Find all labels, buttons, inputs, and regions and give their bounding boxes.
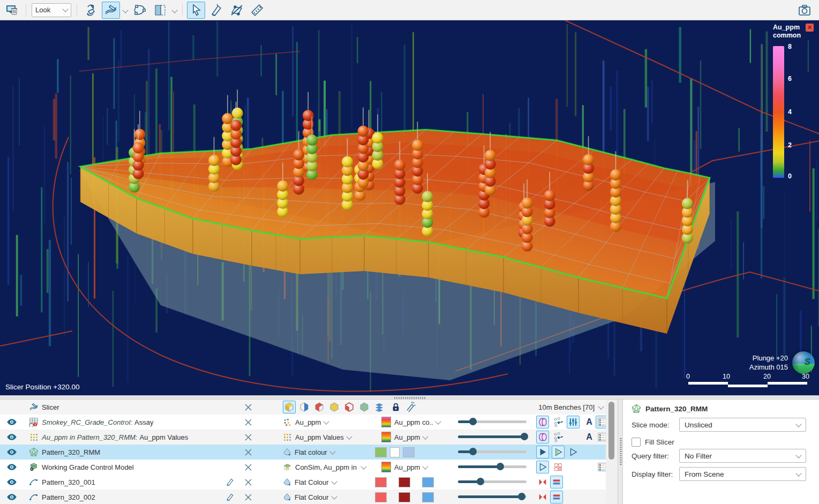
- layer-row-assay[interactable]: Smokey_RC_Grade_Control:Assay Au_ppm Au_…: [0, 415, 606, 430]
- fill-slicer-row[interactable]: Fill Slicer: [632, 435, 674, 449]
- clear-scene-button[interactable]: [3, 2, 21, 19]
- slice-interval-button[interactable]: [151, 2, 169, 19]
- histogram-filter-button[interactable]: [567, 416, 580, 428]
- colour-ramp-dropdown[interactable]: Au_ppm: [381, 460, 449, 475]
- edit-polyline-button[interactable]: [224, 475, 236, 490]
- render-wireframe-button[interactable]: [536, 461, 549, 473]
- slice-mode-none-button[interactable]: [283, 401, 296, 413]
- opacity-slider[interactable]: [458, 465, 527, 468]
- slice-thin-slab-button[interactable]: [343, 401, 356, 413]
- visibility-eye-icon[interactable]: [5, 430, 18, 445]
- face-colour-swatch[interactable]: [375, 447, 387, 457]
- visibility-eye-icon[interactable]: [5, 475, 18, 490]
- opacity-slider[interactable]: [458, 495, 527, 498]
- disc-radius-button[interactable]: [536, 431, 549, 443]
- legend-close-icon[interactable]: ✕: [806, 24, 814, 32]
- visibility-eye-icon[interactable]: [5, 415, 18, 430]
- query-filter-dropdown[interactable]: No Filter: [679, 449, 806, 463]
- edit-polyline-button[interactable]: [224, 490, 236, 504]
- show-legend-button[interactable]: [596, 431, 606, 443]
- scene-3d-viewport[interactable]: Au_ppm common ✕ 8 6 4 2 0 Slicer Positio…: [0, 20, 819, 395]
- screenshot-button[interactable]: [795, 2, 814, 19]
- opacity-slider[interactable]: [458, 480, 527, 483]
- shading-dropdown[interactable]: ConSim, Au_ppm in Pat...: [283, 460, 377, 475]
- slice-behind-button[interactable]: [298, 401, 311, 413]
- panel-divider[interactable]: [0, 395, 819, 400]
- show-legend-button[interactable]: [596, 416, 606, 428]
- opacity-slider[interactable]: [458, 450, 527, 453]
- remove-layer-button[interactable]: [242, 415, 254, 430]
- filter-points-button[interactable]: [552, 431, 565, 443]
- selected-colour-swatch[interactable]: [422, 492, 434, 502]
- divider-grip[interactable]: [394, 397, 425, 399]
- line-style-button[interactable]: [550, 476, 563, 488]
- text-labels-button[interactable]: A: [583, 431, 596, 443]
- show-block-edges-button[interactable]: [552, 461, 565, 473]
- look-dropdown[interactable]: Look: [32, 3, 71, 17]
- slicer-tool-button[interactable]: [102, 2, 120, 19]
- remove-layer-button[interactable]: [242, 475, 254, 490]
- layer-row-values[interactable]: Au_ppm in Pattern_320_RMM:Au_ppm Values …: [0, 430, 606, 445]
- slicer-tool-dropdown-chevron-icon[interactable]: [122, 7, 128, 13]
- line-style-button[interactable]: [550, 491, 563, 503]
- remove-layer-button[interactable]: [242, 460, 254, 475]
- show-legend-button[interactable]: [596, 461, 606, 473]
- slice-interval-mode-button[interactable]: [358, 401, 371, 413]
- shading-dropdown[interactable]: Au_ppm Values: [283, 430, 377, 445]
- panel-splitter[interactable]: [618, 400, 623, 504]
- shading-dropdown[interactable]: Flat Colour: [283, 475, 363, 490]
- select-tool-button[interactable]: [187, 2, 205, 19]
- layer-row-pattern-rmm[interactable]: Pattern_320_RMM Flat colour: [0, 445, 606, 460]
- layer-row-grade-control-model[interactable]: Working Grade Control Model ConSim, Au_p…: [0, 460, 606, 475]
- shading-dropdown[interactable]: Au_ppm: [283, 415, 377, 430]
- display-filter-dropdown[interactable]: From Scene: [679, 467, 806, 481]
- visibility-eye-icon[interactable]: [5, 460, 18, 475]
- line-colour-swatch[interactable]: [375, 477, 387, 487]
- layer-row-pattern-002[interactable]: Pattern_320_002 Flat Colour: [0, 490, 606, 504]
- opacity-slider[interactable]: [458, 435, 527, 438]
- draw-plane-button[interactable]: [207, 2, 226, 19]
- filter-points-button[interactable]: [552, 416, 565, 428]
- node-colour-swatch[interactable]: [399, 477, 410, 487]
- show-normals-button[interactable]: [536, 476, 549, 488]
- draw-slicer-line-button[interactable]: [131, 2, 149, 19]
- visibility-eye-icon[interactable]: [5, 445, 18, 460]
- slicer-settings-button[interactable]: [404, 401, 417, 413]
- orientation-sphere[interactable]: S: [792, 351, 815, 374]
- show-normals-button[interactable]: [536, 491, 549, 503]
- splitter-grip[interactable]: [620, 438, 622, 466]
- line-colour-swatch[interactable]: [375, 492, 387, 502]
- slice-interval-dropdown-chevron-icon[interactable]: [171, 7, 177, 13]
- highlight-colour-swatch[interactable]: [403, 447, 415, 457]
- slice-infront-button[interactable]: [313, 401, 326, 413]
- render-solid-button[interactable]: [536, 446, 549, 458]
- layer-row-slicer[interactable]: Slicer 10m Benches [70]: [0, 400, 606, 415]
- remove-layer-button[interactable]: [242, 400, 254, 415]
- colour-ramp-dropdown[interactable]: Au_ppm: [381, 430, 449, 445]
- render-both-sides-button[interactable]: [552, 446, 565, 458]
- selected-colour-swatch[interactable]: [422, 477, 434, 487]
- colour-ramp-dropdown[interactable]: Au_ppm co...: [381, 415, 449, 430]
- move-plane-button[interactable]: [228, 2, 246, 19]
- visibility-eye-icon[interactable]: [5, 490, 18, 504]
- edge-colour-swatch[interactable]: [390, 447, 400, 457]
- list-scrollbar[interactable]: [606, 400, 618, 504]
- remove-layer-button[interactable]: [242, 430, 254, 445]
- text-labels-button[interactable]: A: [583, 416, 596, 428]
- measure-button[interactable]: [248, 2, 266, 19]
- opacity-slider[interactable]: [458, 420, 527, 423]
- slice-multi-layer-button[interactable]: [373, 401, 386, 413]
- lock-slicer-button[interactable]: [389, 401, 402, 413]
- disc-radius-button[interactable]: [536, 416, 549, 428]
- shading-dropdown[interactable]: Flat Colour: [283, 490, 363, 504]
- remove-layer-button[interactable]: [242, 490, 254, 504]
- scrollbar-thumb[interactable]: [608, 402, 614, 460]
- orient-slicer-button[interactable]: [81, 2, 100, 19]
- fill-slicer-checkbox[interactable]: [632, 438, 641, 447]
- render-wireframe-button[interactable]: [567, 446, 580, 458]
- shading-dropdown[interactable]: Flat colour: [283, 445, 363, 460]
- remove-layer-button[interactable]: [242, 445, 254, 460]
- slice-thick-slab-button[interactable]: [328, 401, 341, 413]
- slice-mode-dropdown[interactable]: Unsliced: [679, 418, 806, 432]
- layer-row-pattern-001[interactable]: Pattern_320_001 Flat Colour: [0, 475, 606, 490]
